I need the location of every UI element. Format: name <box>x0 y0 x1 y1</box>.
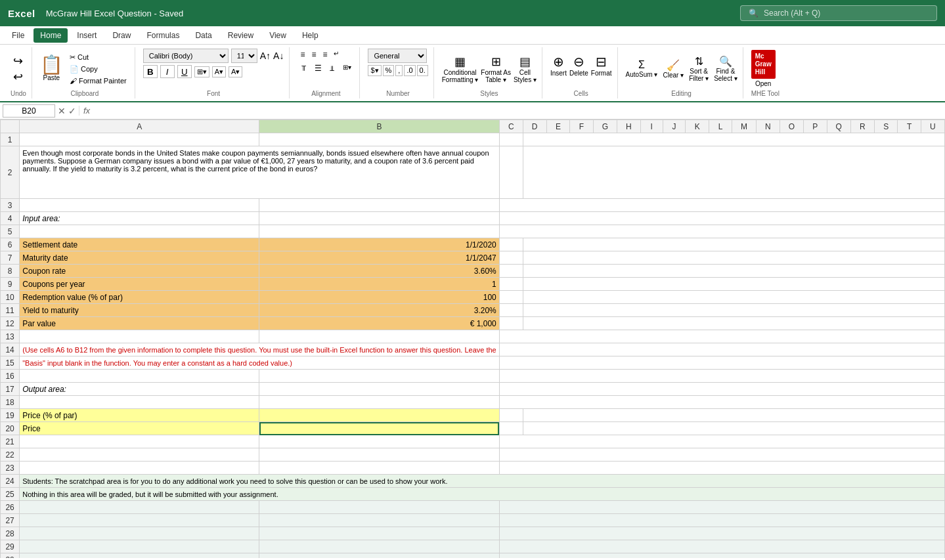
col-header-D[interactable]: D <box>523 120 546 133</box>
cell-rest-8[interactable] <box>523 265 944 278</box>
col-header-H[interactable]: H <box>617 120 640 133</box>
cell-C8[interactable] <box>499 265 523 278</box>
cell-rest-21[interactable] <box>499 435 944 448</box>
cell-B22[interactable] <box>259 448 499 462</box>
menu-insert[interactable]: Insert <box>70 28 103 43</box>
row-header-17[interactable]: 17 <box>1 383 20 396</box>
cell-C7[interactable] <box>499 251 523 265</box>
menu-formulas[interactable]: Formulas <box>140 28 186 43</box>
font-name-select[interactable]: Calibri (Body) <box>143 49 229 63</box>
formula-confirm-button[interactable]: ✓ <box>68 106 76 116</box>
formula-cancel-button[interactable]: ✕ <box>58 106 66 116</box>
wrap-text-button[interactable]: ↵ <box>331 49 341 60</box>
row-header-30[interactable]: 30 <box>1 553 20 559</box>
cell-rest-27[interactable] <box>499 514 944 527</box>
mhe-open-button[interactable]: McGrawHill Open <box>751 50 776 87</box>
format-cell-button[interactable]: ⊟Format <box>591 54 612 84</box>
autosum-button[interactable]: ΣAutoSum ▾ <box>626 59 658 78</box>
cell-C10[interactable] <box>499 291 523 304</box>
row-header-22[interactable]: 22 <box>1 448 20 462</box>
row-header-8[interactable]: 8 <box>1 265 20 278</box>
cell-A7[interactable]: Maturity date <box>20 251 259 265</box>
row-header-24[interactable]: 24 <box>1 475 20 488</box>
align-left-button[interactable]: ⫪ <box>297 62 311 74</box>
cell-A2[interactable]: Even though most corporate bonds in the … <box>20 146 500 199</box>
border-button[interactable]: ⊞▾ <box>194 66 209 77</box>
cell-rest-3[interactable] <box>499 199 944 212</box>
cell-rest-10[interactable] <box>523 291 944 304</box>
cell-B6[interactable]: 1/1/2020 <box>259 238 499 251</box>
align-bottom-button[interactable]: ≡ <box>320 49 330 60</box>
row-header-19[interactable]: 19 <box>1 409 20 422</box>
format-painter-button[interactable]: 🖌 Format Painter <box>67 76 129 85</box>
col-header-U[interactable]: U <box>921 120 944 133</box>
increase-font-button[interactable]: A↑ <box>260 51 271 61</box>
underline-button[interactable]: U <box>177 65 192 78</box>
cell-reference-box[interactable] <box>3 104 55 118</box>
bold-button[interactable]: B <box>143 65 158 78</box>
cell-A3[interactable] <box>20 199 259 212</box>
cell-A5[interactable] <box>20 225 259 238</box>
cell-B17[interactable] <box>259 383 499 396</box>
col-header-E[interactable]: E <box>546 120 570 133</box>
insert-cell-button[interactable]: ⊕Insert <box>550 54 567 84</box>
row-header-15[interactable]: 15 <box>1 356 20 370</box>
col-header-P[interactable]: P <box>803 120 827 133</box>
cell-rest-11[interactable] <box>523 304 944 317</box>
cell-rest-2[interactable] <box>523 146 944 199</box>
cell-rest-14[interactable] <box>499 343 944 356</box>
cell-A24[interactable]: Students: The scratchpad area is for you… <box>20 475 945 488</box>
cell-B19[interactable] <box>259 409 499 422</box>
menu-review[interactable]: Review <box>221 28 260 43</box>
format-as-table-button[interactable]: ⊞Format AsTable ▾ <box>481 54 511 83</box>
cell-B4[interactable] <box>259 212 499 225</box>
row-header-9[interactable]: 9 <box>1 278 20 291</box>
cell-B23[interactable] <box>259 462 499 475</box>
row-header-16[interactable]: 16 <box>1 370 20 383</box>
row-header-25[interactable]: 25 <box>1 488 20 501</box>
cell-B1[interactable] <box>259 133 499 146</box>
cell-rest-23[interactable] <box>499 462 944 475</box>
percent-button[interactable]: % <box>383 65 395 76</box>
cell-rest-4[interactable] <box>499 212 944 225</box>
clear-button[interactable]: 🧹Clear ▾ <box>663 59 684 79</box>
row-header-11[interactable]: 11 <box>1 304 20 317</box>
col-header-O[interactable]: O <box>780 120 803 133</box>
cell-A1[interactable] <box>20 133 259 146</box>
row-header-23[interactable]: 23 <box>1 462 20 475</box>
cell-B30[interactable] <box>259 553 499 559</box>
cell-A17[interactable]: Output area: <box>20 383 259 396</box>
cell-B29[interactable] <box>259 540 499 553</box>
cell-rest-9[interactable] <box>523 278 944 291</box>
cell-B21[interactable] <box>259 435 499 448</box>
cell-C20[interactable] <box>499 422 523 435</box>
cell-B12[interactable]: € 1,000 <box>259 317 499 330</box>
spreadsheet-container[interactable]: A B C D E F G H I J K L M N O P Q R S T <box>0 119 945 558</box>
cell-C12[interactable] <box>499 317 523 330</box>
cell-A26[interactable] <box>20 501 259 514</box>
cell-B3[interactable] <box>259 199 499 212</box>
col-header-S[interactable]: S <box>874 120 898 133</box>
col-header-J[interactable]: J <box>663 120 686 133</box>
cell-C2[interactable] <box>499 146 523 199</box>
cell-styles-button[interactable]: ▤CellStyles ▾ <box>514 54 537 83</box>
conditional-formatting-button[interactable]: ▦ConditionalFormatting ▾ <box>442 54 479 83</box>
col-header-N[interactable]: N <box>756 120 780 133</box>
cell-B9[interactable]: 1 <box>259 278 499 291</box>
cell-rest-1[interactable] <box>523 133 944 146</box>
cell-B28[interactable] <box>259 527 499 540</box>
row-header-1[interactable]: 1 <box>1 133 20 146</box>
redo-button[interactable]: ↩ <box>13 70 23 84</box>
search-box[interactable]: 🔍 Search (Alt + Q) <box>740 5 937 21</box>
cell-A18[interactable] <box>20 396 259 409</box>
cell-B8[interactable]: 3.60% <box>259 265 499 278</box>
cell-B13[interactable] <box>259 330 499 343</box>
menu-help[interactable]: Help <box>296 28 325 43</box>
insert-function-button[interactable]: fx <box>79 106 90 116</box>
cell-rest-26[interactable] <box>499 501 944 514</box>
italic-button[interactable]: I <box>160 65 175 78</box>
col-header-C[interactable]: C <box>499 120 523 133</box>
cell-rest-28[interactable] <box>499 527 944 540</box>
row-header-12[interactable]: 12 <box>1 317 20 330</box>
merge-button[interactable]: ⊞▾ <box>340 62 354 74</box>
